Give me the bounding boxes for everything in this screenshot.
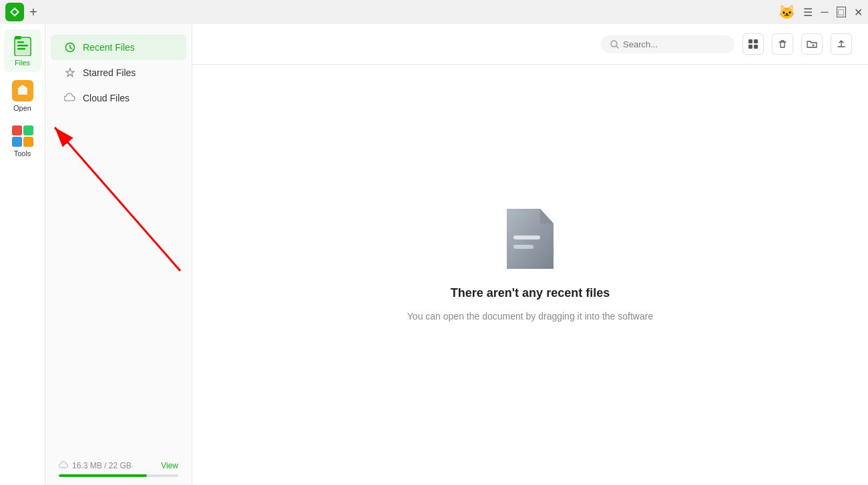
main-content: There aren't any recent files You can op…	[192, 24, 868, 485]
svg-rect-12	[754, 45, 758, 49]
app-container: Files Open T	[0, 24, 868, 485]
secondary-sidebar: Recent Files Starred Files Cloud F	[45, 24, 192, 485]
svg-rect-3	[17, 41, 24, 43]
sidebar-item-recent-label: Recent Files	[83, 42, 135, 53]
empty-title: There aren't any recent files	[451, 286, 610, 300]
grid-view-button[interactable]	[742, 33, 764, 55]
titlebar-left: +	[5, 3, 37, 21]
tools-nav-icon	[12, 125, 33, 147]
trash-button[interactable]	[772, 33, 793, 55]
svg-rect-10	[754, 39, 758, 43]
search-icon	[610, 40, 619, 49]
svg-rect-14	[513, 245, 533, 249]
cloud-storage-icon	[59, 461, 68, 470]
nav-item-files-label: Files	[15, 59, 30, 67]
nav-item-tools-label: Tools	[14, 149, 31, 157]
grid-icon	[748, 39, 758, 49]
nav-item-open[interactable]: Open	[4, 75, 41, 117]
svg-rect-1	[15, 37, 31, 56]
nav-item-files[interactable]: Files	[4, 29, 41, 72]
empty-subtitle: You can open the document by dragging it…	[407, 311, 653, 322]
svg-rect-13	[513, 235, 540, 239]
svg-rect-9	[748, 39, 752, 43]
minimize-icon[interactable]: ─	[821, 6, 828, 18]
recent-icon	[64, 41, 76, 53]
search-input[interactable]	[623, 39, 723, 49]
storage-bar-track	[59, 474, 178, 477]
open-nav-icon	[12, 80, 33, 101]
files-nav-icon	[12, 35, 33, 56]
new-tab-button[interactable]: +	[29, 5, 37, 20]
star-icon	[64, 67, 76, 79]
sidebar-item-cloud[interactable]: Cloud Files	[51, 85, 186, 111]
new-folder-button[interactable]	[801, 33, 823, 55]
storage-bar-fill	[59, 474, 147, 477]
svg-rect-4	[17, 45, 28, 47]
svg-rect-5	[17, 48, 25, 50]
nav-item-open-label: Open	[13, 104, 31, 112]
empty-state-icon	[497, 202, 564, 276]
sidebar-footer: 16.3 MB / 22 GB View	[45, 450, 192, 485]
trash-icon	[778, 39, 787, 49]
toolbar	[192, 24, 868, 65]
upload-icon	[837, 39, 846, 49]
storage-used: 16.3 MB / 22 GB	[72, 461, 132, 470]
search-box[interactable]	[601, 35, 734, 53]
sidebar-item-cloud-label: Cloud Files	[83, 93, 130, 103]
close-icon[interactable]: ✕	[854, 6, 863, 19]
app-logo	[5, 3, 24, 21]
menu-icon[interactable]: ☰	[803, 6, 813, 19]
maximize-icon[interactable]: □	[837, 7, 846, 17]
sidebar-item-recent[interactable]: Recent Files	[51, 35, 186, 60]
icon-nav: Files Open T	[0, 24, 45, 485]
cloud-icon	[64, 92, 76, 104]
upload-button[interactable]	[831, 33, 852, 55]
new-folder-icon	[807, 39, 817, 49]
svg-rect-11	[748, 45, 752, 49]
window-controls: 🐱 ☰ ─ □ ✕	[779, 4, 863, 20]
sidebar-item-starred-label: Starred Files	[83, 67, 136, 78]
empty-state: There aren't any recent files You can op…	[192, 65, 868, 485]
sidebar-item-starred[interactable]: Starred Files	[51, 60, 186, 85]
nav-item-tools[interactable]: Tools	[4, 120, 41, 163]
titlebar: + 🐱 ☰ ─ □ ✕	[0, 0, 868, 24]
profile-icon[interactable]: 🐱	[779, 4, 795, 20]
svg-rect-6	[15, 36, 21, 39]
storage-view-button[interactable]: View	[161, 461, 178, 470]
storage-info: 16.3 MB / 22 GB View	[59, 461, 178, 470]
